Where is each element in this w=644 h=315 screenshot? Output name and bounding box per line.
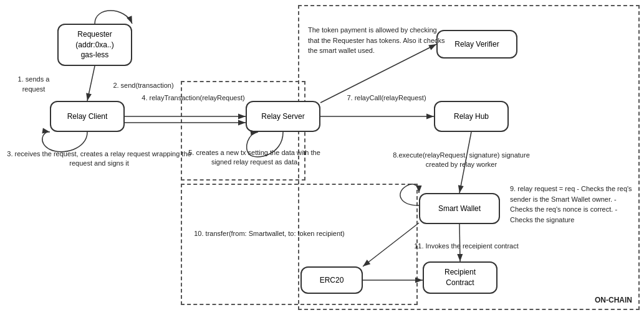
step2-label: 2. send(transaction) [87, 81, 199, 90]
recipient-contract-node: Recipient Contract [423, 261, 497, 294]
relay-verifier-node: Relay Verifier [436, 30, 517, 59]
on-chain-label: ON-CHAIN [589, 295, 638, 306]
relay-client-node: Relay Client [50, 101, 125, 132]
step7-label: 7. relayCall(relayRequest) [324, 93, 449, 103]
relay-hub-node: Relay Hub [434, 101, 509, 132]
step11-label: 11. Invokes the receipient contract [410, 242, 522, 251]
smart-wallet-node: Smart Wallet [419, 193, 500, 224]
erc20-node: ERC20 [300, 266, 363, 294]
diagram-container: Requester (addr:0xa..) gas-less Relay Cl… [0, 0, 644, 315]
step8-label: 8.execute(relayRequest, signature) signa… [387, 151, 536, 170]
step4-label: 4. relayTransaction(relayRequest) [125, 93, 262, 103]
step1-label: 1. sends a request [9, 65, 59, 94]
step3-label: 3. receives the request, creates a relay… [2, 149, 196, 169]
requester-node: Requester (addr:0xa..) gas-less [57, 24, 132, 66]
token-payment-label: The token payment is allowed by checking… [308, 25, 445, 56]
svg-marker-0 [0, 0, 5, 4]
step9-label: 9. relay request = req - Checks the req'… [510, 184, 635, 225]
step10-label: 10. transfer(from: Smartwallet, to: toke… [188, 229, 350, 238]
relay-server-node: Relay Server [246, 101, 320, 132]
step5-label: 5. creates a new tx setting the data wit… [186, 148, 323, 167]
smartwallet-area-box [181, 184, 418, 305]
